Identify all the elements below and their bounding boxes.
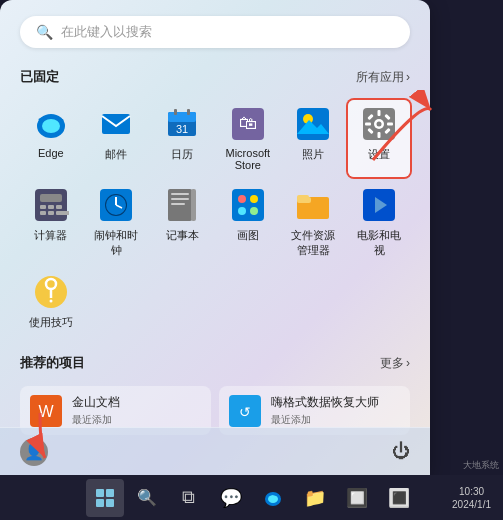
recommended-title: 推荐的项目 (20, 354, 85, 372)
svg-point-15 (377, 122, 382, 127)
taskbar-task-view[interactable]: ⧉ (170, 479, 208, 517)
more-link[interactable]: 更多 › (380, 355, 410, 372)
app-item-clock[interactable]: 闹钟和时钟 (86, 181, 148, 264)
taskbar-time: 10:30 2024/1/1 (452, 485, 495, 511)
app-item-explorer[interactable]: 文件资源管理器 (283, 181, 345, 264)
svg-rect-17 (378, 132, 381, 138)
app-item-settings[interactable]: 设置 (348, 100, 410, 177)
svg-rect-25 (40, 194, 62, 202)
taskbar-edge[interactable] (254, 479, 292, 517)
windows-icon (95, 488, 115, 508)
photos-icon (295, 106, 331, 142)
edge-icon (33, 106, 69, 142)
app-item-store[interactable]: 🛍Microsoft Store (217, 100, 279, 177)
svg-point-43 (238, 195, 246, 203)
user-area[interactable]: 👤 (20, 438, 48, 466)
all-apps-link[interactable]: 所有应用 › (356, 69, 410, 86)
svg-rect-29 (40, 211, 46, 215)
rec-info-recovery: 嗨格式数据恢复大师最近添加 (271, 394, 379, 427)
recommended-section-header: 推荐的项目 更多 › (20, 354, 410, 372)
svg-rect-39 (171, 198, 189, 200)
more-arrow: › (406, 356, 410, 370)
photos-label: 照片 (302, 147, 324, 162)
svg-rect-63 (106, 489, 114, 497)
taskbar: 🔍 ⧉ 💬 📁 🔲 🔳 10:30 2024/1/1 (0, 475, 503, 520)
svg-rect-7 (187, 109, 190, 115)
svg-rect-65 (106, 499, 114, 507)
calendar-label: 日历 (171, 147, 193, 162)
svg-rect-64 (96, 499, 104, 507)
pinned-grid: Edge邮件31日历🛍Microsoft Store照片设置计算器闹钟和时钟记事… (20, 100, 410, 336)
more-label: 更多 (380, 355, 404, 372)
search-bar[interactable]: 🔍 在此键入以搜索 (20, 16, 410, 48)
svg-text:🛍: 🛍 (239, 113, 257, 133)
rec-name-recovery: 嗨格式数据恢复大师 (271, 394, 379, 411)
start-menu: 🔍 在此键入以搜索 已固定 所有应用 › Edge邮件31日历🛍Microsof… (0, 0, 430, 475)
app-item-movies[interactable]: 电影和电视 (348, 181, 410, 264)
start-button[interactable] (86, 479, 124, 517)
app-item-mail[interactable]: 邮件 (86, 100, 148, 177)
rec-icon-wps: W (30, 395, 62, 427)
taskbar-center: 🔍 ⧉ 💬 📁 🔲 🔳 (86, 479, 418, 517)
svg-point-45 (238, 207, 246, 215)
time-display: 10:30 (452, 485, 491, 498)
movies-icon (361, 187, 397, 223)
settings-label: 设置 (368, 147, 390, 162)
app-item-photos[interactable]: 照片 (283, 100, 345, 177)
calendar-icon: 31 (164, 106, 200, 142)
svg-point-1 (42, 119, 60, 133)
svg-point-44 (250, 195, 258, 203)
taskbar-right: 10:30 2024/1/1 (452, 485, 503, 511)
app-item-paint[interactable]: 画图 (217, 181, 279, 264)
date-display: 2024/1/1 (452, 498, 491, 511)
svg-rect-19 (387, 123, 393, 126)
svg-rect-30 (48, 211, 54, 215)
movies-label: 电影和电视 (352, 228, 406, 258)
tips-label: 使用技巧 (29, 315, 73, 330)
avatar: 👤 (20, 438, 48, 466)
paint-label: 画图 (237, 228, 259, 243)
store-icon: 🛍 (230, 106, 266, 142)
rec-sub-wps: 最近添加 (72, 413, 120, 427)
pinned-title: 已固定 (20, 68, 59, 86)
app-item-edge[interactable]: Edge (20, 100, 82, 177)
calc-icon (33, 187, 69, 223)
all-apps-arrow: › (406, 70, 410, 84)
app-item-notepad[interactable]: 记事本 (151, 181, 213, 264)
app-item-tips[interactable]: 使用技巧 (20, 268, 82, 336)
taskbar-search-button[interactable]: 🔍 (128, 479, 166, 517)
svg-text:31: 31 (176, 123, 188, 135)
svg-rect-42 (232, 189, 264, 221)
taskbar-extra1[interactable]: 🔲 (338, 479, 376, 517)
svg-text:W: W (38, 403, 54, 420)
rec-icon-recovery: ↺ (229, 395, 261, 427)
taskbar-explorer[interactable]: 📁 (296, 479, 334, 517)
app-item-calc[interactable]: 计算器 (20, 181, 82, 264)
notepad-label: 记事本 (166, 228, 199, 243)
tips-icon (33, 274, 69, 310)
svg-rect-40 (171, 203, 185, 205)
svg-rect-38 (171, 193, 189, 195)
mail-icon (98, 106, 134, 142)
paint-icon (230, 187, 266, 223)
svg-rect-2 (102, 114, 130, 134)
edge-label: Edge (38, 147, 64, 159)
all-apps-label: 所有应用 (356, 69, 404, 86)
svg-text:↺: ↺ (239, 404, 251, 420)
app-item-calendar[interactable]: 31日历 (151, 100, 213, 177)
svg-rect-18 (365, 123, 371, 126)
taskbar-extra2[interactable]: 🔳 (380, 479, 418, 517)
taskbar-chat[interactable]: 💬 (212, 479, 250, 517)
svg-rect-41 (191, 189, 196, 221)
svg-rect-26 (40, 205, 46, 209)
search-placeholder: 在此键入以搜索 (61, 23, 152, 41)
svg-point-67 (268, 495, 278, 503)
search-icon: 🔍 (36, 24, 53, 40)
svg-rect-49 (297, 195, 309, 201)
edge-taskbar-icon (263, 488, 283, 508)
power-button[interactable]: ⏻ (392, 441, 410, 462)
svg-rect-6 (174, 109, 177, 115)
start-bottom-bar: 👤 ⏻ (0, 427, 430, 475)
explorer-label: 文件资源管理器 (287, 228, 341, 258)
svg-rect-16 (378, 110, 381, 116)
